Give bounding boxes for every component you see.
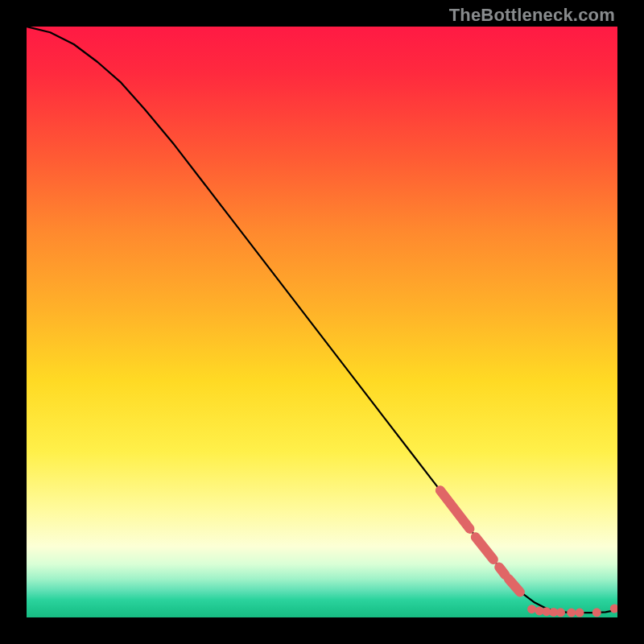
- watermark-text: TheBottleneck.com: [449, 5, 615, 26]
- gradient-plot-area: [27, 27, 617, 617]
- chart-frame: TheBottleneck.com: [0, 0, 644, 644]
